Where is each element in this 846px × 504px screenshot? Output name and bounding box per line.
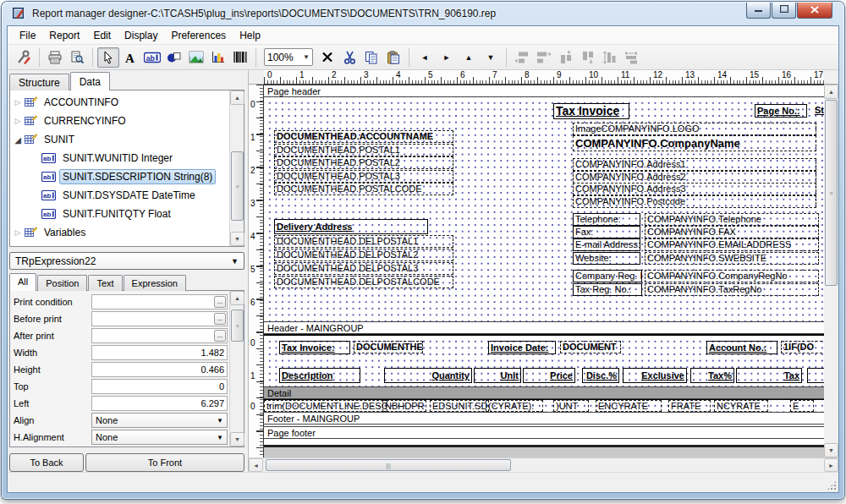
menu-item-file[interactable]: File (13, 27, 42, 44)
field-delivery-title[interactable]: Delivery Address (274, 219, 428, 234)
column-header-price[interactable]: Price (523, 368, 575, 383)
maximize-button[interactable] (772, 3, 796, 19)
tree-item-sunit-sdescription-string-8[interactable]: abSUNIT.SDESCRIPTION String(8) (12, 167, 229, 186)
field-customer-line[interactable]: DOCUMENTHEAD.POSTAL2 (274, 156, 453, 169)
property-scrollbar[interactable]: ▲ ≡ ▼ (229, 291, 244, 446)
expand-icon[interactable]: ▷ (12, 228, 24, 237)
prop-tab-text[interactable]: Text (88, 275, 122, 291)
column-header-tax[interactable]: Tax% (690, 368, 734, 383)
menu-item-preferences[interactable]: Preferences (164, 27, 233, 44)
scroll-down-icon[interactable]: ▼ (230, 432, 244, 446)
column-header-unit[interactable]: Unit (474, 368, 521, 383)
tree-item-currencyinfo[interactable]: ▷CURRENCYINFO (12, 112, 229, 130)
field-contact-value[interactable]: COMPANYINFO.FAX (645, 226, 819, 238)
close-button[interactable] (797, 3, 832, 19)
align-bottom-button[interactable] (577, 47, 599, 68)
field-date-value[interactable]: DOCUMENT (560, 341, 621, 353)
nudge-left-button[interactable]: ◄ (414, 47, 436, 68)
field-company-address-line[interactable]: COMPANYINFO.Address2 (573, 171, 816, 184)
field-invoice-value[interactable]: DOCUMENTHEAD (354, 341, 423, 353)
property-dropdown-h-alignment[interactable]: None▼ (91, 430, 228, 445)
select-tool-button[interactable] (97, 47, 119, 68)
expand-icon[interactable]: ▷ (12, 98, 24, 107)
scroll-down-icon[interactable]: ▼ (230, 232, 244, 246)
scroll-left-icon[interactable]: ◄ (249, 458, 263, 472)
nudge-up-button[interactable]: ▲ (458, 47, 480, 68)
canvas-vscroll-thumb[interactable]: ≡ (825, 100, 838, 286)
band-page-header[interactable]: Page header (264, 85, 824, 97)
field-detail-expression[interactable]: ENCYRATE (596, 400, 662, 412)
field-invoice-label[interactable]: Tax Invoice: (279, 341, 350, 354)
chart-tool-button[interactable] (207, 47, 229, 68)
scroll-up-icon[interactable]: ▲ (824, 85, 838, 99)
tree-item-sunit-funitqty-float[interactable]: abSUNIT.FUNITQTY Float (12, 205, 229, 223)
property-dropdown-align[interactable]: None▼ (91, 413, 228, 428)
group-header-band[interactable]: Tax Invoice: DOCUMENTHEAD Invoice Date: … (264, 334, 824, 386)
canvas-horizontal-scrollbar[interactable]: ◄ ||| ► (249, 457, 838, 472)
expand-icon[interactable]: ▷ (12, 117, 24, 125)
field-detail-expression[interactable]: NCYRATE (714, 400, 768, 412)
field-account-value[interactable]: 1IF(DO (781, 341, 824, 353)
property-input-after-print[interactable]: ... (91, 328, 228, 343)
image-tool-button[interactable] (185, 47, 207, 68)
field-contact-label[interactable]: Website: (573, 252, 640, 265)
field-detail-expression[interactable]: FRATE (668, 400, 711, 412)
collapse-icon[interactable]: ◢ (12, 135, 24, 145)
ellipsis-button[interactable]: ... (214, 313, 226, 325)
field-detail-expression[interactable]: )UNT (553, 400, 589, 412)
property-input-top[interactable]: 0 (91, 379, 228, 394)
column-header-disc[interactable]: Disc.% (582, 368, 619, 383)
paste-button[interactable] (382, 47, 404, 68)
tree-item-sunit-dsysdate-datetime[interactable]: abSUNIT.DSYSDATE DateTime (12, 186, 229, 205)
detail-band[interactable]: trim(DOCUMENTLINE.DESCRNBHDPREDSUNIT.SD(… (264, 399, 824, 412)
menu-item-help[interactable]: Help (233, 27, 267, 44)
prop-tab-position[interactable]: Position (37, 275, 87, 291)
field-contact-label[interactable]: Telephone: (573, 213, 640, 226)
scroll-right-icon[interactable]: ► (824, 458, 838, 472)
field-delivery-line[interactable]: DOCUMENTHEAD.DELPOSTAL3 (274, 262, 453, 275)
tree-scroll-thumb[interactable]: ≡ (231, 151, 244, 221)
scroll-up-icon[interactable]: ▲ (230, 90, 244, 105)
field-detail-expression[interactable]: trim(DOCUMENTLINE.DESCR (264, 400, 387, 412)
field-delivery-line[interactable]: DOCUMENTHEAD.DELPOSTAL1 (274, 235, 453, 248)
field-company-logo[interactable]: ImageCOMPANYINFO.LOGO (573, 123, 816, 135)
resize-grip-icon[interactable] (827, 480, 837, 490)
ellipsis-button[interactable]: ... (214, 330, 226, 342)
field-company-address-line[interactable]: COMPANYINFO.Address1 (573, 158, 816, 171)
menu-item-report[interactable]: Report (42, 27, 86, 44)
label-tool-button[interactable]: A (119, 47, 141, 68)
field-contact-value[interactable]: COMPANYINFO.SWEBSITE (645, 252, 819, 265)
field-contact-label[interactable]: Fax: (573, 226, 640, 238)
property-scroll-thumb[interactable]: ≡ (231, 310, 244, 342)
field-registration-value[interactable]: COMPANYINFO.TaxRegNo (645, 283, 819, 296)
minimize-button[interactable] (746, 3, 771, 19)
field-column-extra[interactable] (807, 368, 824, 383)
barcode-tool-button[interactable] (229, 47, 251, 68)
align-left-button[interactable] (511, 47, 533, 68)
prop-tab-all[interactable]: All (9, 273, 36, 291)
cut-button[interactable] (338, 47, 360, 68)
field-company-address-line[interactable]: COMPANYINFO.Postcode (573, 195, 816, 208)
property-input-left[interactable]: 6.297 (91, 396, 228, 411)
band-group-footer[interactable]: Footer - MAINGROUP (264, 412, 824, 425)
field-company-address-line[interactable]: COMPANYINFO.Address3 (573, 183, 816, 195)
property-input-print-condition[interactable]: ... (91, 294, 228, 310)
copy-button[interactable] (360, 47, 382, 68)
menu-item-display[interactable]: Display (118, 27, 164, 44)
nudge-right-button[interactable]: ► (436, 47, 458, 68)
field-customer-line[interactable]: DOCUMENTHEAD.POSTAL1 (274, 144, 453, 156)
tree-item-accountinfo[interactable]: ▷ACCOUNTINFO (12, 93, 229, 112)
field-customer-line[interactable]: DOCUMENTHEAD.POSTAL3 (274, 170, 453, 183)
property-input-width[interactable]: 1.482 (91, 345, 228, 360)
column-header-description[interactable]: Description (279, 368, 360, 383)
property-input-before-print[interactable]: ... (91, 311, 228, 326)
same-height-button[interactable] (599, 47, 621, 68)
band-page-footer[interactable]: Page footer (264, 426, 824, 439)
column-header-quantity[interactable]: Quantity (384, 368, 472, 383)
delete-button[interactable] (316, 47, 338, 68)
field-tax-invoice-title[interactable]: Tax Invoice (553, 103, 629, 119)
menu-item-edit[interactable]: Edit (86, 27, 118, 44)
scroll-up-icon[interactable]: ▲ (230, 291, 244, 305)
field-company-name[interactable]: COMPANYINFO.CompanyName (573, 135, 816, 151)
field-page-no-value[interactable]: Str (812, 104, 824, 117)
